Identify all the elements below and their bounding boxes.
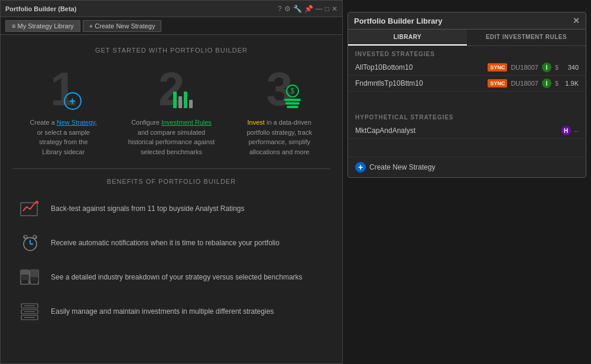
edit-investment-rules-tab[interactable]: EDIT INVESTMENT RULES (467, 30, 586, 46)
main-content: GET STARTED WITH PORTFOLIO BUILDER 1 + C… (1, 35, 342, 363)
strategy-name-1: AllTop10Bottom10 (355, 63, 484, 72)
library-panel: Portfolio Builder Library ✕ LIBRARY EDIT… (348, 12, 586, 178)
svg-rect-0 (21, 203, 37, 216)
hyp-strategy-name-1: MktCapAndAnalyst (355, 126, 558, 135)
strategy-row-1[interactable]: AllTop10Bottom10 SYNC DU18007 I $ 340 (348, 60, 586, 76)
money-line-3 (287, 106, 298, 108)
alarm-icon (18, 231, 42, 255)
dollar-sign-2: $ (555, 80, 558, 87)
wrench-icon[interactable]: 🔧 (293, 5, 302, 13)
account-badge-1: DU18007 (511, 64, 538, 71)
h-badge-1: H (561, 126, 571, 135)
hypothetical-row-1[interactable]: MktCapAndAnalyst H -- (348, 123, 586, 139)
benefit-4: Easily manage and maintain investments i… (18, 300, 324, 323)
bar-4 (189, 100, 193, 108)
library-tab-label: LIBRARY (394, 34, 422, 40)
library-panel-title: Portfolio Builder Library (354, 17, 443, 25)
create-plus-icon: + (355, 162, 366, 173)
analyst-icon (18, 197, 42, 220)
dollar-sign-1: $ (555, 64, 558, 71)
nav-bar: ≡ My Strategy Library + Create New Strat… (1, 17, 342, 35)
step-1: 1 + Create a New Strategy, or select a s… (12, 66, 115, 157)
spacer-1 (348, 92, 586, 109)
money-stack-icon: $ (284, 84, 301, 108)
step-3-text: Invest in a data-driven portfolio strate… (228, 118, 330, 157)
benefit-3-text: See a detailed industry breakdown of you… (51, 273, 303, 281)
pin-icon[interactable]: 📌 (304, 5, 313, 13)
minimize-icon[interactable]: — (316, 5, 323, 13)
breakdown-icon (18, 265, 42, 289)
invest-highlight: Invest (248, 119, 265, 126)
bar-1 (173, 92, 177, 108)
title-bar-icons: ? ⚙ 🔧 📌 — □ ✕ (278, 5, 337, 13)
bars-icon (173, 90, 193, 108)
create-new-strategy-button[interactable]: + Create New Strategy (348, 157, 586, 177)
library-tabs: LIBRARY EDIT INVESTMENT RULES (348, 30, 586, 46)
benefit-2-text: Receive automatic notifications when it … (51, 239, 280, 247)
spacer-2 (348, 139, 586, 157)
benefit-4-text: Easily manage and maintain investments i… (51, 307, 274, 316)
new-strategy-link[interactable]: New Strategy (57, 119, 95, 126)
step-1-text: Create a New Strategy, or select a sampl… (12, 118, 115, 157)
title-bar: Portfolio Builder (Beta) ? ⚙ 🔧 📌 — □ ✕ (1, 1, 342, 17)
benefit-1-text: Back-test against signals from 11 top bu… (51, 204, 245, 213)
step-2-text: Configure Investment Rules and compare s… (121, 118, 223, 157)
plus-icon: + (64, 92, 82, 110)
invested-strategies-header: INVESTED STRATEGIES (348, 46, 586, 60)
svg-rect-9 (21, 270, 29, 275)
create-new-strategy-tab[interactable]: + Create New Strategy (83, 20, 162, 32)
my-strategy-library-tab[interactable]: ≡ My Strategy Library (5, 20, 80, 32)
library-tab[interactable]: LIBRARY (348, 30, 467, 46)
bar-2 (178, 96, 182, 108)
edit-investment-rules-label: EDIT INVESTMENT RULES (486, 34, 567, 40)
amount-1: 340 (562, 64, 579, 71)
close-icon[interactable]: ✕ (332, 5, 337, 13)
divider-1 (12, 168, 330, 169)
step-3: 3 $ Invest in a data-driven portfolio st… (228, 66, 330, 157)
settings-icon[interactable]: ⚙ (284, 5, 291, 13)
main-window: Portfolio Builder (Beta) ? ⚙ 🔧 📌 — □ ✕ ≡… (0, 0, 343, 364)
info-badge-2[interactable]: I (542, 79, 551, 88)
benefit-3: See a detailed industry breakdown of you… (18, 265, 324, 289)
dollar-circle: $ (286, 84, 299, 98)
library-title-bar: Portfolio Builder Library ✕ (348, 12, 586, 30)
create-new-strategy-label: Create New Strategy (369, 163, 435, 171)
benefit-1: Back-test against signals from 11 top bu… (18, 197, 324, 220)
step-2: 2 Configure Investment Rules and compare… (121, 66, 223, 157)
bar-3 (184, 92, 187, 108)
get-started-title: GET STARTED WITH PORTFOLIO BUILDER (12, 47, 330, 54)
benefits-list: Back-test against signals from 11 top bu… (12, 197, 330, 323)
svg-rect-12 (30, 270, 38, 277)
strategy-row-2[interactable]: FndmntlsTp10Bttm10 SYNC DU18007 I $ 1.9K (348, 76, 586, 92)
money-line-1 (284, 99, 301, 101)
hyp-amount-1: -- (574, 127, 579, 134)
sync-badge-2: SYNC (488, 79, 507, 87)
steps-container: 1 + Create a New Strategy, or select a s… (12, 66, 330, 157)
maximize-icon[interactable]: □ (325, 5, 329, 13)
account-badge-2: DU18007 (511, 80, 538, 87)
svg-rect-10 (21, 275, 29, 280)
benefit-2: Receive automatic notifications when it … (18, 231, 324, 255)
library-close-button[interactable]: ✕ (573, 16, 580, 25)
create-new-strategy-label: + Create New Strategy (89, 22, 155, 30)
sync-badge-1: SYNC (488, 63, 507, 72)
strategy-name-2: FndmntlsTp10Bttm10 (355, 79, 484, 87)
amount-2: 1.9K (562, 80, 579, 87)
info-badge-1[interactable]: I (542, 63, 551, 72)
app-title: Portfolio Builder (Beta) (5, 5, 76, 12)
benefits-title: BENEFITS OF PORTFOLIO BUILDER (12, 178, 330, 185)
hypothetical-strategies-header: HYPOTHETICAL STRATEGIES (348, 109, 586, 123)
my-strategy-library-label: ≡ My Strategy Library (12, 22, 74, 30)
money-line-2 (285, 102, 300, 105)
svg-rect-13 (30, 278, 38, 281)
investment-rules-highlight: Investment Rules (161, 119, 212, 126)
title-bar-left: Portfolio Builder (Beta) (5, 5, 76, 12)
help-icon[interactable]: ? (278, 5, 282, 13)
manage-icon (18, 300, 42, 323)
